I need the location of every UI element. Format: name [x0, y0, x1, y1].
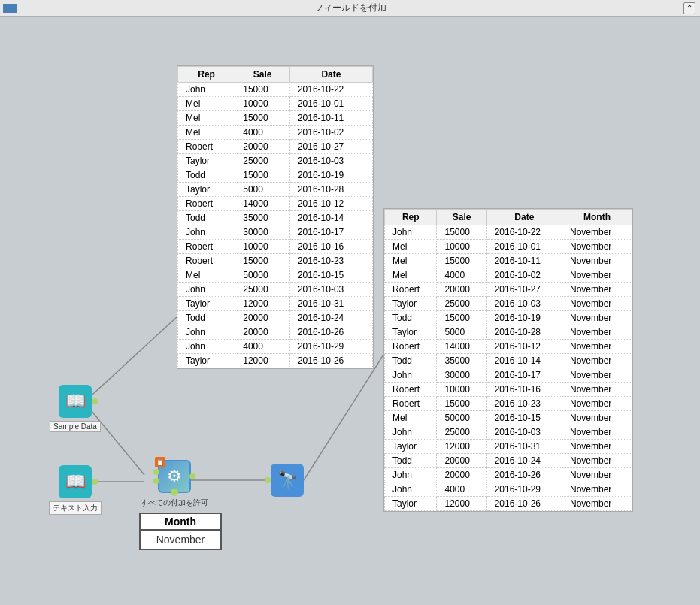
right-table-cell: November: [562, 254, 632, 268]
left-table-cell: 2016-10-19: [289, 168, 372, 183]
right-table-cell: 5000: [437, 325, 486, 340]
right-table-header-date: Date: [486, 210, 562, 225]
node-sample-data[interactable]: Sample Data: [45, 385, 105, 432]
left-table-cell: 2016-10-03: [289, 154, 372, 168]
left-table-cell: 2016-10-28: [289, 183, 372, 197]
left-table-cell: 25000: [235, 154, 290, 168]
sample-data-label: Sample Data: [50, 421, 101, 432]
left-table-cell: 15000: [235, 83, 290, 97]
window-title: フィールドを付加: [314, 2, 386, 14]
right-table-cell: 50000: [437, 411, 486, 425]
preview-input-connector: [265, 477, 271, 483]
left-table-row: Taylor250002016-10-03: [178, 154, 373, 168]
right-table-cell: November: [562, 454, 632, 468]
right-table-cell: Todd: [385, 454, 437, 468]
left-table-row: Mel500002016-10-15: [178, 268, 373, 283]
right-table-cell: 2016-10-28: [486, 325, 562, 340]
left-table-cell: 25000: [235, 283, 290, 297]
right-table-cell: 2016-10-16: [486, 383, 562, 397]
right-table-cell: 15000: [437, 397, 486, 411]
right-table-cell: November: [562, 268, 632, 283]
preview-icon[interactable]: [271, 464, 304, 497]
right-table-cell: 35000: [437, 354, 486, 368]
right-table-row: Mel100002016-10-01November: [385, 240, 632, 254]
right-table-cell: 14000: [437, 340, 486, 354]
right-table-cell: Robert: [385, 397, 437, 411]
right-table-cell: 2016-10-01: [486, 240, 562, 254]
right-table-cell: November: [562, 482, 632, 497]
right-table-cell: John: [385, 368, 437, 383]
right-table-row: Mel150002016-10-11November: [385, 254, 632, 268]
left-table-cell: 15000: [235, 168, 290, 183]
left-table-cell: 2016-10-01: [289, 97, 372, 111]
right-table-row: Robert150002016-10-23November: [385, 397, 632, 411]
right-table-cell: 4000: [437, 482, 486, 497]
right-table-cell: Todd: [385, 311, 437, 325]
left-table-row: John250002016-10-03: [178, 283, 373, 297]
left-table-cell: Taylor: [178, 154, 235, 168]
left-table-row: John40002016-10-29: [178, 340, 373, 354]
left-table-cell: Mel: [178, 268, 235, 283]
left-table-cell: John: [178, 83, 235, 97]
right-table-row: Taylor250002016-10-03November: [385, 297, 632, 311]
left-table-row: Todd150002016-10-19: [178, 168, 373, 183]
collapse-button[interactable]: ⌃: [683, 2, 695, 14]
text-input-output-connector: [92, 479, 98, 485]
left-table-cell: 10000: [235, 97, 290, 111]
right-table-cell: 12000: [437, 440, 486, 454]
title-bar: フィールドを付加 ⌃: [0, 0, 700, 17]
left-table-row: Todd200002016-10-24: [178, 311, 373, 325]
node-preview[interactable]: [271, 464, 304, 497]
left-table-row: Taylor120002016-10-26: [178, 354, 373, 368]
left-table-cell: 2016-10-11: [289, 111, 372, 126]
right-table-cell: November: [562, 340, 632, 354]
sample-data-icon[interactable]: [59, 385, 92, 418]
left-table-cell: 4000: [235, 126, 290, 140]
month-box-title: Month: [141, 514, 220, 531]
left-table-cell: Taylor: [178, 354, 235, 368]
right-table-cell: 2016-10-26: [486, 468, 562, 482]
right-table-cell: November: [562, 311, 632, 325]
right-table-cell: 2016-10-23: [486, 397, 562, 411]
right-table-cell: November: [562, 225, 632, 240]
right-table-cell: November: [562, 325, 632, 340]
canvas-area: Rep Sale Date John150002016-10-22Mel1000…: [0, 17, 700, 605]
left-table-cell: John: [178, 325, 235, 340]
right-table-row: Robert200002016-10-27November: [385, 283, 632, 297]
left-table-cell: 15000: [235, 254, 290, 268]
right-table-cell: Mel: [385, 254, 437, 268]
title-bar-controls[interactable]: ⌃: [683, 2, 695, 14]
right-table-cell: November: [562, 425, 632, 440]
left-table: Rep Sale Date John150002016-10-22Mel1000…: [177, 65, 374, 369]
right-table-row: Todd200002016-10-24November: [385, 454, 632, 468]
right-table-cell: John: [385, 225, 437, 240]
right-table-header-sale: Sale: [437, 210, 486, 225]
node-allow-all[interactable]: 📋 すべての付加を許可: [144, 460, 205, 508]
left-table-cell: John: [178, 340, 235, 354]
left-table-cell: John: [178, 225, 235, 240]
left-table-cell: Mel: [178, 111, 235, 126]
title-bar-left: [3, 4, 20, 13]
left-table-cell: 2016-10-02: [289, 126, 372, 140]
right-table-cell: Mel: [385, 411, 437, 425]
left-table-cell: 2016-10-14: [289, 211, 372, 225]
right-table-cell: November: [562, 497, 632, 511]
right-table-row: John200002016-10-26November: [385, 468, 632, 482]
right-table-cell: Taylor: [385, 440, 437, 454]
right-table-cell: 2016-10-14: [486, 354, 562, 368]
allow-input-connector-bottom: [153, 478, 159, 484]
left-table-cell: Todd: [178, 211, 235, 225]
right-table-cell: November: [562, 240, 632, 254]
title-bar-icon: [3, 4, 17, 13]
right-table-cell: 2016-10-22: [486, 225, 562, 240]
left-table-cell: Robert: [178, 140, 235, 154]
right-table-cell: 2016-10-29: [486, 482, 562, 497]
text-input-icon[interactable]: [59, 465, 92, 498]
left-table-cell: Todd: [178, 168, 235, 183]
left-table-row: John300002016-10-17: [178, 225, 373, 240]
left-table-cell: 2016-10-27: [289, 140, 372, 154]
left-table-cell: 12000: [235, 297, 290, 311]
right-table-cell: 2016-10-24: [486, 454, 562, 468]
right-table-row: John40002016-10-29November: [385, 482, 632, 497]
node-text-input[interactable]: テキスト入力: [45, 465, 105, 515]
